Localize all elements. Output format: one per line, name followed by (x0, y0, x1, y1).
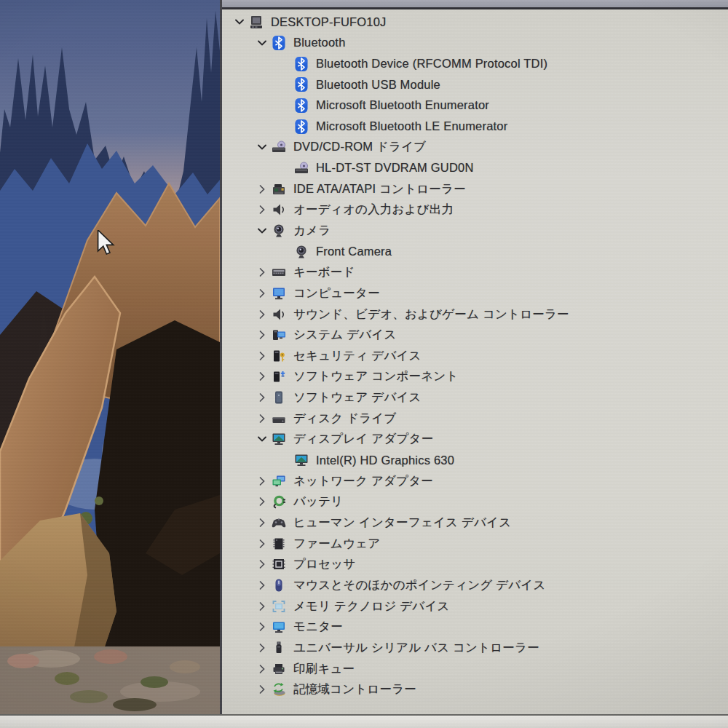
tree-item-label: バッテリ (293, 494, 343, 510)
battery-icon (271, 494, 287, 510)
bluetooth-icon (293, 98, 309, 114)
chevron-right-icon[interactable] (253, 308, 271, 321)
tree-item[interactable]: IDE ATA/ATAPI コントローラー (222, 178, 728, 199)
keyboard-icon (271, 264, 287, 280)
camera-icon (293, 244, 309, 260)
tree-item-label: HL-DT-ST DVDRAM GUD0N (316, 161, 474, 175)
tree-item-label: ディスプレイ アダプター (293, 431, 433, 447)
chevron-right-icon[interactable] (253, 579, 271, 592)
disk-drive-icon (271, 411, 287, 427)
tree-item[interactable]: サウンド、ビデオ、およびゲーム コントローラー (222, 304, 728, 325)
chevron-right-icon[interactable] (253, 266, 271, 279)
chevron-right-icon[interactable] (253, 537, 271, 550)
tree-item[interactable]: ネットワーク アダプター (222, 470, 728, 491)
mouse-cursor (97, 230, 116, 256)
tree-item[interactable]: ヒューマン インターフェイス デバイス (222, 513, 728, 534)
chevron-down-icon[interactable] (253, 141, 271, 154)
tree-item[interactable]: ソフトウェア デバイス (222, 387, 728, 408)
chevron-down-icon[interactable] (231, 15, 248, 28)
tree-item[interactable]: ディスク ドライブ (222, 408, 728, 429)
device-manager-window: DESKTOP-FUFO10JBluetoothBluetooth Device… (220, 0, 728, 714)
tree-item-label: ディスク ドライブ (293, 411, 396, 427)
chevron-right-icon[interactable] (253, 600, 271, 613)
camera-icon (271, 223, 287, 239)
tree-item[interactable]: Microsoft Bluetooth LE Enumerator (222, 116, 728, 137)
chevron-right-icon[interactable] (253, 558, 271, 571)
tree-item-label: マウスとそのほかのポインティング デバイス (293, 577, 546, 593)
mouse-icon (271, 577, 287, 593)
chevron-right-icon[interactable] (253, 349, 271, 363)
tree-item[interactable]: モニター (222, 617, 728, 638)
chevron-down-icon[interactable] (253, 36, 271, 50)
processor-icon (271, 556, 287, 572)
tree-item-label: ソフトウェア コンポーネント (293, 368, 459, 384)
chevron-right-icon[interactable] (253, 641, 271, 654)
tree-item-label: プロセッサ (293, 556, 355, 572)
software-device-icon (271, 389, 287, 405)
toolbar-edge (222, 0, 728, 9)
tree-item[interactable]: Bluetooth Device (RFCOMM Protocol TDI) (222, 53, 728, 74)
tree-item-label: カメラ (293, 223, 331, 239)
chevron-down-icon[interactable] (253, 432, 271, 446)
tree-item[interactable]: バッテリ (222, 491, 728, 513)
chevron-right-icon[interactable] (253, 620, 271, 633)
chevron-right-icon[interactable] (253, 662, 271, 676)
system-devices-icon (271, 327, 287, 343)
chevron-right-icon[interactable] (253, 516, 271, 529)
tree-item-label: DESKTOP-FUFO10J (271, 15, 387, 29)
tree-item[interactable]: カメラ (222, 221, 728, 242)
tree-item[interactable]: コンピューター (222, 283, 728, 304)
tree-item[interactable]: DVD/CD-ROM ドライブ (222, 137, 728, 158)
tree-item[interactable]: Bluetooth (222, 33, 728, 54)
tree-item-label: システム デバイス (293, 327, 396, 343)
tree-item-label: Intel(R) HD Graphics 630 (316, 454, 454, 467)
chevron-right-icon[interactable] (253, 183, 271, 196)
tree-item-label: コンピューター (293, 285, 380, 301)
chevron-right-icon[interactable] (253, 683, 271, 696)
tree-item[interactable]: ファームウェア (222, 533, 728, 554)
tree-item[interactable]: DESKTOP-FUFO10J (222, 12, 728, 33)
tree-item[interactable]: ユニバーサル シリアル バス コントローラー (222, 638, 728, 659)
tree-item[interactable]: セキュリティ デバイス (222, 346, 728, 367)
tree-item[interactable]: プロセッサ (222, 554, 728, 575)
tree-item-label: キーボード (293, 264, 355, 280)
chevron-right-icon[interactable] (253, 287, 271, 300)
chevron-right-icon[interactable] (253, 203, 271, 216)
printer-icon (271, 661, 287, 677)
chevron-spacer (276, 245, 293, 258)
chevron-right-icon[interactable] (253, 370, 271, 383)
display-adapter-icon (293, 452, 309, 468)
tree-item[interactable]: 印刷キュー (222, 658, 728, 679)
chevron-down-icon[interactable] (253, 224, 271, 237)
chevron-right-icon[interactable] (253, 412, 271, 425)
tree-item[interactable]: Intel(R) HD Graphics 630 (222, 450, 728, 471)
chevron-right-icon[interactable] (253, 391, 271, 404)
tree-item[interactable]: ディスプレイ アダプター (222, 429, 728, 450)
dvd-drive-icon (271, 139, 287, 155)
tree-item[interactable]: マウスとそのほかのポインティング デバイス (222, 575, 728, 596)
tree-item-label: セキュリティ デバイス (293, 348, 422, 364)
chevron-spacer (276, 78, 293, 91)
tree-item-label: Bluetooth USB Module (316, 78, 440, 92)
tree-item[interactable]: HL-DT-ST DVDRAM GUD0N (222, 158, 728, 179)
tree-item[interactable]: オーディオの入力および出力 (222, 199, 728, 221)
tree-item[interactable]: システム デバイス (222, 325, 728, 346)
display-adapter-icon (271, 431, 287, 447)
tree-item-label: ソフトウェア デバイス (293, 389, 422, 405)
tree-item[interactable]: メモリ テクノロジ デバイス (222, 596, 728, 617)
tree-item[interactable]: 記憶域コントローラー (222, 679, 728, 700)
security-device-icon (271, 348, 287, 364)
tree-item[interactable]: ソフトウェア コンポーネント (222, 366, 728, 387)
chevron-right-icon[interactable] (253, 475, 271, 488)
tree-item[interactable]: Front Camera (222, 241, 728, 262)
bluetooth-icon (293, 76, 309, 92)
chevron-right-icon[interactable] (253, 328, 271, 341)
chevron-right-icon[interactable] (253, 495, 271, 508)
tree-item[interactable]: Microsoft Bluetooth Enumerator (222, 95, 728, 116)
tree-item-label: Microsoft Bluetooth LE Enumerator (316, 119, 507, 133)
tree-item[interactable]: キーボード (222, 262, 728, 283)
chevron-spacer (276, 99, 293, 112)
tree-item-label: メモリ テクノロジ デバイス (293, 598, 450, 614)
monitor-icon (271, 619, 287, 635)
tree-item[interactable]: Bluetooth USB Module (222, 74, 728, 95)
